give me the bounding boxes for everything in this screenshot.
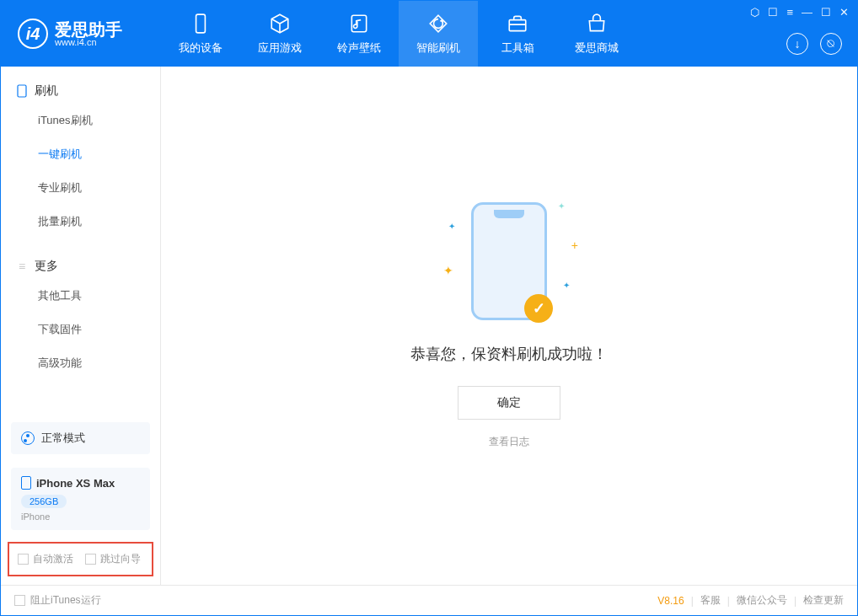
footer-link-update[interactable]: 检查更新 [803, 593, 844, 608]
sidebar-section-more: ≡ 更多 [1, 254, 160, 279]
feedback-icon[interactable]: ☐ [768, 6, 778, 19]
tab-smart-flash[interactable]: 智能刷机 [399, 1, 478, 67]
logo-area: i4 爱思助手 www.i4.cn [1, 19, 161, 49]
phone-illustration: ✓ ✦ ✦ ✦ + ✦ [471, 202, 547, 320]
music-icon [347, 12, 371, 35]
app-window: i4 爱思助手 www.i4.cn 我的设备 应用游戏 铃声壁纸 智能刷机 [0, 0, 858, 616]
tab-toolbox[interactable]: 工具箱 [478, 1, 557, 67]
svg-rect-1 [351, 15, 366, 32]
toolbox-icon [506, 12, 529, 35]
download-icon[interactable]: ↓ [786, 33, 808, 55]
checkbox-icon [85, 554, 96, 565]
tab-ringtones[interactable]: 铃声壁纸 [319, 1, 399, 67]
header-actions: ↓ ⦰ [786, 33, 842, 55]
view-log-link[interactable]: 查看日志 [489, 435, 529, 449]
checkbox-icon [18, 554, 29, 565]
section-title: 更多 [35, 259, 58, 274]
sparkle-icon: ✦ [558, 201, 565, 211]
sparkle-icon: ✦ [448, 222, 455, 231]
svg-rect-2 [509, 20, 526, 31]
checkbox-block-itunes[interactable]: 阻止iTunes运行 [14, 593, 101, 608]
ok-button[interactable]: 确定 [458, 386, 560, 420]
sidebar-section-flash: 刷机 [1, 78, 160, 104]
sidebar-item-other-tools[interactable]: 其他工具 [1, 279, 160, 313]
list-icon: ≡ [16, 260, 28, 272]
sidebar-item-itunes-flash[interactable]: iTunes刷机 [1, 104, 160, 137]
close-button[interactable]: ✕ [839, 6, 849, 19]
sidebar: 刷机 iTunes刷机 一键刷机 专业刷机 批量刷机 ≡ 更多 其他工具 下载固… [1, 67, 161, 585]
mode-icon [21, 431, 35, 445]
sparkle-icon: ✦ [443, 264, 453, 277]
app-title: 爱思助手 [55, 21, 122, 38]
app-subtitle: www.i4.cn [55, 38, 122, 47]
footer-link-service[interactable]: 客服 [700, 593, 721, 608]
main-content: ✓ ✦ ✦ ✦ + ✦ 恭喜您，保资料刷机成功啦！ 确定 查看日志 [161, 67, 857, 585]
device-type: iPhone [21, 512, 140, 522]
tab-label: 工具箱 [501, 40, 534, 56]
checkbox-label: 自动激活 [33, 552, 73, 566]
sparkle-icon: ✦ [563, 281, 570, 290]
check-badge-icon: ✓ [524, 294, 553, 323]
device-icon [189, 12, 212, 35]
options-highlight-box: 自动激活 跳过向导 [8, 542, 153, 576]
tab-label: 我的设备 [179, 40, 223, 56]
tab-apps-games[interactable]: 应用游戏 [240, 1, 319, 67]
titlebar: i4 爱思助手 www.i4.cn 我的设备 应用游戏 铃声壁纸 智能刷机 [1, 1, 857, 67]
minimize-button[interactable]: — [802, 6, 812, 19]
tab-label: 爱思商城 [575, 40, 619, 56]
sidebar-item-batch-flash[interactable]: 批量刷机 [1, 205, 160, 238]
refresh-icon [426, 12, 450, 35]
tab-store[interactable]: 爱思商城 [557, 1, 636, 67]
store-icon [585, 12, 609, 35]
nav-tabs: 我的设备 应用游戏 铃声壁纸 智能刷机 工具箱 爱思商城 [161, 1, 636, 67]
sidebar-item-pro-flash[interactable]: 专业刷机 [1, 171, 160, 205]
mode-label: 正常模式 [41, 431, 85, 446]
phone-mini-icon [21, 476, 31, 490]
svg-rect-3 [18, 85, 26, 97]
success-message: 恭喜您，保资料刷机成功啦！ [410, 344, 608, 364]
mode-box: 正常模式 [11, 422, 150, 454]
checkbox-skip-guide[interactable]: 跳过向导 [85, 552, 141, 566]
sidebar-item-download-firmware[interactable]: 下载固件 [1, 313, 160, 346]
storage-badge: 256GB [21, 495, 67, 508]
checkbox-label: 阻止iTunes运行 [30, 593, 101, 608]
menu-icon[interactable]: ≡ [786, 6, 793, 19]
cube-icon [268, 12, 292, 35]
tab-label: 应用游戏 [258, 40, 302, 56]
checkbox-label: 跳过向导 [100, 552, 141, 566]
device-name: iPhone XS Max [36, 477, 115, 490]
sidebar-item-onekey-flash[interactable]: 一键刷机 [1, 137, 160, 171]
checkbox-auto-activate[interactable]: 自动激活 [18, 552, 73, 566]
version-label: V8.16 [657, 595, 684, 607]
shirt-icon[interactable]: ⬡ [750, 6, 759, 19]
user-icon[interactable]: ⦰ [820, 33, 842, 55]
phone-outline-icon [16, 85, 28, 97]
sparkle-icon: + [571, 238, 578, 252]
tab-label: 铃声壁纸 [337, 40, 381, 56]
window-controls: ⬡ ☐ ≡ — ☐ ✕ [750, 6, 849, 19]
section-title: 刷机 [35, 83, 58, 99]
body-area: 刷机 iTunes刷机 一键刷机 专业刷机 批量刷机 ≡ 更多 其他工具 下载固… [1, 67, 857, 585]
footer-link-wechat[interactable]: 微信公众号 [737, 593, 787, 608]
device-info[interactable]: iPhone XS Max 256GB iPhone [11, 468, 150, 530]
sidebar-item-advanced[interactable]: 高级功能 [1, 346, 160, 380]
tab-label: 智能刷机 [416, 40, 460, 56]
svg-rect-0 [196, 14, 206, 33]
maximize-button[interactable]: ☐ [821, 6, 831, 19]
logo-icon: i4 [18, 19, 48, 49]
footer: 阻止iTunes运行 V8.16 | 客服 | 微信公众号 | 检查更新 [1, 585, 857, 615]
tab-my-device[interactable]: 我的设备 [161, 1, 240, 67]
checkbox-icon [14, 595, 25, 606]
